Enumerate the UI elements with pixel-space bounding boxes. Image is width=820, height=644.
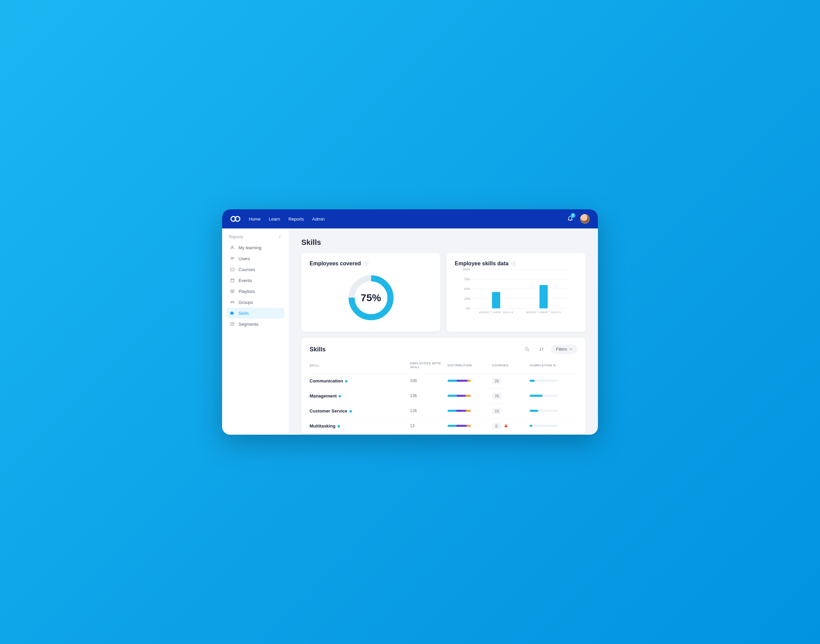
employees-covered-card: Employees covered i 75% [301,253,441,331]
completion-cell [530,373,577,388]
distribution-cell [448,373,492,388]
coverage-donut-chart: 75% [346,272,397,324]
svg-rect-24 [539,285,548,308]
puzzle-icon [230,310,235,316]
collapse-sidebar-icon[interactable] [278,235,282,239]
filters-button[interactable]: Filters [551,345,577,354]
sidebar-item-playlists[interactable]: Playlists [226,286,285,297]
filters-label: Filters [556,347,567,352]
sidebar-item-label: Groups [238,300,253,305]
sidebar-item-label: Events [238,278,252,283]
table-row[interactable]: Multitasking130 [310,418,577,433]
svg-text:ADDED "I HAVE" SKILLS: ADDED "I HAVE" SKILLS [479,311,513,314]
page-title: Skills [301,238,586,247]
sidebar-item-my-learning[interactable]: My learning [226,242,285,253]
col-distribution[interactable]: DISTRIBUTION [448,357,492,373]
skill-name-cell: Multitasking [310,418,410,433]
completion-cell [530,403,577,418]
employees-cell: 13 [410,418,448,433]
nav-learn[interactable]: Learn [269,216,280,222]
svg-point-4 [233,258,234,259]
svg-point-8 [233,301,234,302]
coverage-percent: 75% [346,272,397,324]
courses-cell: 25 [492,373,530,388]
sidebar-item-courses[interactable]: Courses [226,264,285,275]
sidebar-item-label: Segments [238,322,259,327]
card-title: Employees covered [310,261,361,267]
sidebar-item-segments[interactable]: Segments [226,319,285,330]
status-dot-icon [345,380,347,382]
employees-cell: 126 [410,403,448,418]
employee-skills-card: Employee skills data i 0%25%50%75%100%AD… [447,253,586,331]
svg-text:50%: 50% [464,287,470,291]
svg-point-26 [525,348,528,350]
distribution-cell [448,403,492,418]
sidebar-item-groups[interactable]: Groups [226,297,285,308]
distribution-cell [448,418,492,433]
svg-point-2 [232,246,233,248]
table-row[interactable]: Customer Service12623 [310,403,577,418]
search-icon[interactable] [522,345,532,354]
sidebar-item-skills[interactable]: Skills [226,308,285,319]
svg-point-3 [231,257,233,259]
info-icon[interactable]: i [511,261,516,266]
distribution-cell [448,388,492,403]
sidebar-item-events[interactable]: Events [226,275,285,286]
avatar[interactable] [580,214,590,224]
app-logo[interactable] [230,215,241,222]
completion-cell [530,418,577,433]
segments-icon [230,321,235,327]
person-learning-icon [230,245,235,250]
courses-cell: 0 [492,418,530,433]
svg-text:0%: 0% [466,307,470,310]
employees-cell: 108 [410,373,448,388]
sidebar-item-users[interactable]: Users [226,253,285,264]
nav-admin[interactable]: Admin [312,216,325,222]
skills-table-card: Skills Filters [301,338,586,434]
notification-badge: 2 [571,213,575,218]
users-icon [230,256,235,261]
sort-icon[interactable] [537,345,546,354]
table-title: Skills [310,346,326,353]
status-dot-icon [338,425,340,428]
sidebar-item-label: Skills [238,311,249,316]
sidebar-item-label: Users [238,256,250,261]
book-icon [230,267,235,272]
col-skill[interactable]: SKILL [310,357,410,373]
info-icon[interactable]: i [364,261,368,266]
svg-text:ADDED "I WANT" SKILLS: ADDED "I WANT" SKILLS [526,311,560,314]
svg-text:100%: 100% [462,268,470,271]
nav-home[interactable]: Home [249,216,261,222]
topbar: Home Learn Reports Admin 2 [222,209,598,228]
svg-rect-22 [492,292,500,308]
sidebar-title: Reports [229,235,243,239]
status-dot-icon [339,395,341,397]
notifications-button[interactable]: 2 [567,215,573,222]
col-completion[interactable]: COMPLETION % [530,357,577,373]
table-row[interactable]: Management13670 [310,388,577,403]
skill-name-cell: Customer Service [310,403,410,418]
skill-name-cell: Management [310,388,410,403]
courses-cell: 23 [492,403,530,418]
svg-text:75%: 75% [464,278,470,281]
card-title: Employee skills data [455,261,508,267]
skill-name-cell: Communication [310,373,410,388]
groups-icon [230,299,235,305]
sidebar-item-label: Courses [238,267,255,272]
employees-cell: 136 [410,388,448,403]
sidebar: Reports My learning Users [222,228,289,435]
sidebar-item-label: My learning [238,245,261,250]
courses-cell: 70 [492,388,530,403]
skills-bar-chart: 0%25%50%75%100%ADDED "I HAVE" SKILLSADDE… [455,267,577,318]
svg-rect-5 [230,279,234,282]
completion-cell [530,388,577,403]
app-window: Home Learn Reports Admin 2 Reports [222,209,598,435]
sidebar-item-label: Playlists [238,289,255,294]
status-dot-icon [350,410,352,412]
table-row[interactable]: Communication10825 [310,373,577,388]
nav-reports[interactable]: Reports [289,216,304,222]
chevron-down-icon [569,348,573,351]
col-employees[interactable]: EMPLOYEES WITH SKILL [410,357,448,373]
svg-point-7 [231,301,232,302]
col-courses[interactable]: COURSES [492,357,530,373]
